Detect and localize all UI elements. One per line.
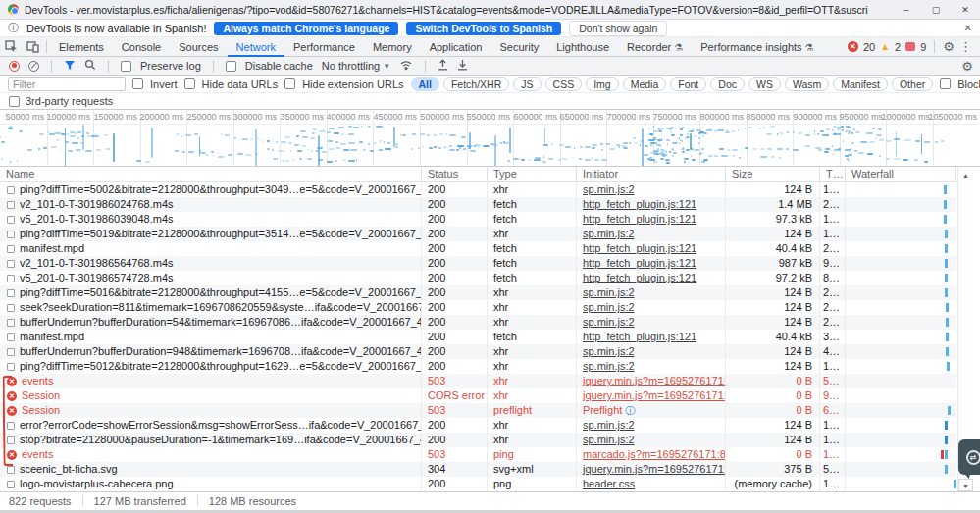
row-checkbox[interactable] (7, 201, 15, 209)
preflight-info-icon[interactable]: ⓘ (625, 405, 635, 416)
initiator-link[interactable]: sp.min.js:2 (583, 419, 635, 431)
remote-session-overlay-button[interactable]: ⇄ (958, 439, 980, 475)
initiator-link[interactable]: http_fetch_plugin.js:121 (583, 331, 696, 342)
filter-pill-css[interactable]: CSS (545, 77, 583, 91)
table-row[interactable]: seek?seekDuration=811&timemark=169670862… (0, 300, 956, 315)
column-header-waterfall[interactable]: Waterfall (846, 167, 956, 181)
column-header-initiator[interactable]: Initiator (577, 167, 726, 181)
filter-pill-font[interactable]: Font (670, 77, 706, 91)
initiator-link[interactable]: marcado.js?m=1695276171:894 (583, 448, 726, 460)
more-options-icon[interactable]: ⋮ (959, 39, 972, 54)
row-checkbox[interactable] (7, 275, 15, 282)
table-row[interactable]: sceenic_bt-ficha.svg304svg+xmljquery.min… (0, 462, 956, 477)
warning-count-icon[interactable]: ▲ (880, 41, 890, 52)
issues-icon[interactable] (905, 42, 915, 51)
table-row[interactable]: v5_201-0-T-301986039048.m4s200fetchhttp_… (0, 212, 956, 227)
device-toolbar-icon[interactable] (22, 37, 43, 57)
table-row[interactable]: ping?diffTime=5016&bitrate=2128000&throu… (0, 285, 956, 300)
initiator-link[interactable]: http_fetch_plugin.js:121 (583, 272, 696, 283)
hide-extension-urls-checkbox[interactable] (284, 78, 295, 89)
column-header-time[interactable]: T… (820, 167, 846, 181)
network-settings-gear-icon[interactable]: ⚙ (961, 59, 973, 74)
dont-show-again-button[interactable]: Don't show again (569, 21, 667, 36)
filter-pill-wasm[interactable]: Wasm (785, 77, 829, 91)
filter-pill-other[interactable]: Other (892, 77, 933, 91)
table-row[interactable]: ping?diffTime=5019&bitrate=2128000&throu… (0, 227, 956, 241)
tab-elements[interactable]: Elements (50, 37, 113, 57)
tab-performance[interactable]: Performance (284, 37, 364, 57)
filter-pill-js[interactable]: JS (513, 77, 541, 91)
row-checkbox[interactable] (7, 422, 15, 430)
filter-funnel-icon[interactable] (64, 60, 76, 73)
close-button[interactable]: ✕ (951, 0, 980, 20)
network-conditions-icon[interactable] (399, 59, 413, 73)
scroll-up-icon[interactable]: ▲ (958, 169, 973, 181)
warning-count[interactable]: 2 (895, 41, 901, 53)
invert-checkbox[interactable] (132, 78, 143, 89)
table-row[interactable]: ✕events503pingmarcado.js?m=1695276171:89… (0, 447, 956, 462)
throttling-dropdown[interactable]: No throttling ▼ (322, 60, 390, 72)
table-row[interactable]: error?errorCode=showErrorSession&msg=sho… (0, 418, 956, 433)
tab-lighthouse[interactable]: Lighthouse (547, 37, 618, 57)
error-count-icon[interactable]: ✕ (848, 41, 858, 52)
table-row[interactable]: ping?diffTime=5012&bitrate=2128000&throu… (0, 359, 956, 374)
row-checkbox[interactable] (7, 333, 15, 341)
initiator-link[interactable]: sp.min.js:2 (583, 434, 635, 445)
hide-data-urls-checkbox[interactable] (184, 78, 195, 89)
row-checkbox[interactable] (7, 304, 15, 312)
tab-performance-insights[interactable]: Performance insights⚗ (692, 37, 822, 57)
filter-input[interactable] (8, 77, 126, 91)
filter-pill-media[interactable]: Media (623, 77, 667, 91)
initiator-link[interactable]: http_fetch_plugin.js:121 (583, 213, 696, 225)
filter-pill-ws[interactable]: WS (748, 77, 781, 91)
initiator-link[interactable]: sp.min.js:2 (583, 286, 635, 298)
table-row[interactable]: ✕Session503preflightPreflightⓘ0 B6… (0, 403, 956, 418)
filter-pill-manifest[interactable]: Manifest (833, 77, 888, 91)
minimize-button[interactable]: – (892, 0, 921, 20)
initiator-link[interactable]: sp.min.js:2 (583, 301, 635, 313)
initiator-link[interactable]: sp.min.js:2 (583, 360, 635, 372)
initiator-link[interactable]: http_fetch_plugin.js:121 (583, 242, 696, 254)
column-header-type[interactable]: Type (488, 167, 577, 181)
initiator-link[interactable]: jquery.min.js?m=1695276171:2 (583, 375, 726, 386)
tab-security[interactable]: Security (490, 37, 547, 57)
column-header-size[interactable]: Size (726, 167, 820, 181)
table-row[interactable]: ping?diffTime=5002&bitrate=2128000&throu… (0, 182, 956, 197)
tab-sources[interactable]: Sources (170, 37, 227, 57)
record-network-log-icon[interactable] (9, 61, 20, 72)
search-icon[interactable] (84, 59, 96, 73)
row-checkbox[interactable] (7, 363, 15, 371)
filter-pill-img[interactable]: Img (586, 77, 619, 91)
row-checkbox[interactable] (7, 260, 15, 268)
table-row[interactable]: bufferUnderrun?bufferDuration=54&timemar… (0, 315, 956, 330)
export-har-icon[interactable] (457, 59, 468, 73)
clear-network-log-icon[interactable] (28, 61, 39, 72)
initiator-link[interactable]: sp.min.js:2 (583, 316, 635, 328)
row-checkbox[interactable] (7, 466, 15, 474)
table-row[interactable]: bufferUnderrun?bufferDuration=948&timema… (0, 344, 956, 359)
disable-cache-checkbox[interactable] (226, 61, 236, 72)
blocked-cookies-checkbox[interactable] (940, 78, 951, 89)
table-row[interactable]: v2_101-0-T-301986564768.m4s200fetchhttp_… (0, 256, 956, 271)
initiator-link[interactable]: http_fetch_plugin.js:121 (583, 257, 696, 269)
initiator-link[interactable]: jquery.min.js?m=1695276171:2 (583, 389, 726, 401)
tab-network[interactable]: Network (228, 37, 284, 57)
row-checkbox[interactable] (7, 481, 15, 488)
column-header-name[interactable]: Name (0, 167, 422, 181)
third-party-checkbox[interactable] (9, 96, 20, 107)
initiator-link[interactable]: sp.min.js:2 (583, 345, 635, 357)
row-checkbox[interactable] (7, 319, 15, 327)
row-checkbox[interactable] (7, 289, 15, 297)
filter-pill-fetch-xhr[interactable]: Fetch/XHR (443, 77, 509, 91)
switch-to-spanish-button[interactable]: Switch DevTools to Spanish (406, 22, 561, 35)
tab-recorder[interactable]: Recorder⚗ (618, 37, 692, 57)
table-row[interactable]: manifest.mpd200fetchhttp_fetch_plugin.js… (0, 241, 956, 256)
row-checkbox[interactable] (7, 245, 15, 253)
error-count[interactable]: 20 (863, 41, 875, 53)
filter-pill-doc[interactable]: Doc (710, 77, 745, 91)
preserve-log-checkbox[interactable] (121, 61, 131, 72)
initiator-link[interactable]: jquery.min.js?m=1695276171:2 (583, 463, 726, 475)
column-header-status[interactable]: Status (422, 167, 488, 181)
initiator-link[interactable]: sp.min.js:2 (583, 183, 635, 195)
initiator-link[interactable]: header.css (583, 478, 635, 489)
